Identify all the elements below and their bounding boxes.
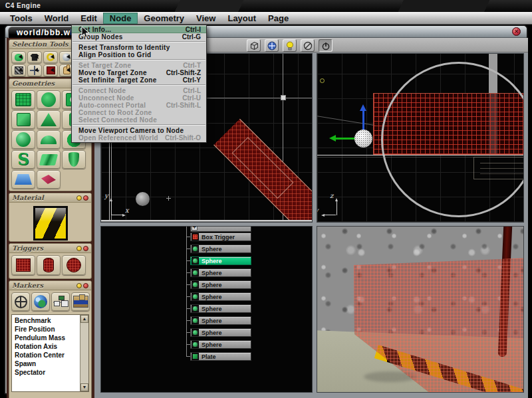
gizmo-z-axis-arrow[interactable] <box>362 107 364 131</box>
box-icon <box>17 113 31 126</box>
menu-item-auto-connect-portal[interactable]: Auto-connect PortalCtrl-Shift-L <box>72 102 206 109</box>
menu-item-set-infinite-target-zone[interactable]: Set Infinite Target ZoneCtrl-Y <box>72 76 206 84</box>
power-button[interactable] <box>319 39 332 52</box>
scene-node-sphere[interactable]: Sphere <box>190 340 251 349</box>
scene-node-sphere[interactable]: Sphere <box>190 316 251 325</box>
close-panel-icon[interactable] <box>83 195 88 201</box>
menu-item-label: Connect to Root Zone <box>78 109 201 116</box>
material-swatch-hazard-stripes[interactable] <box>33 206 68 241</box>
menubar-item-world[interactable]: World <box>39 13 75 24</box>
hatch-square-icon <box>15 66 23 74</box>
scene-node-sphere[interactable]: Sphere <box>190 304 251 313</box>
decal-geometry-button[interactable] <box>37 170 61 189</box>
marker-list-item[interactable]: Rotation Axis <box>15 342 80 351</box>
scene-node-sphere[interactable]: Sphere <box>190 245 251 253</box>
menu-item-move-viewport-camera-to-node[interactable]: Move Viewport Camera to Node <box>72 127 206 134</box>
marker-list-item[interactable]: Fire Position <box>15 325 80 334</box>
markers-scrollbar[interactable]: ▲ ▼ <box>80 315 88 391</box>
close-panel-icon[interactable] <box>83 283 88 288</box>
tube-geometry-button[interactable]: S <box>11 150 35 169</box>
menu-item-set-target-zone[interactable]: Set Target ZoneCtrl-T <box>72 62 206 69</box>
menubar-item-page[interactable]: Page <box>262 13 295 24</box>
crosshair-marker-button[interactable] <box>11 292 30 311</box>
box-geometry-button[interactable] <box>11 110 35 129</box>
menu-item-get-info[interactable]: Get Info...Ctrl-I <box>72 26 206 33</box>
hatch-square-tool-button[interactable] <box>11 64 26 76</box>
marker-list-item[interactable]: Rotation Center <box>15 351 80 359</box>
menu-item-select-connected-node[interactable]: Select Connected Node <box>72 116 206 124</box>
move-arrows-tool-button[interactable] <box>27 64 42 76</box>
menu-item-connect-to-root-zone[interactable]: Connect to Root Zone <box>72 109 206 116</box>
scene-node-sphere[interactable]: Sphere <box>190 256 251 265</box>
menu-item-connect-node[interactable]: Connect NodeCtrl-L <box>72 87 206 94</box>
scroll-down-icon[interactable]: ▼ <box>80 383 88 391</box>
cloth-geometry-button[interactable] <box>37 150 61 169</box>
yellow-ring-tool-button[interactable] <box>43 51 58 63</box>
scene-node-plate[interactable]: Plate <box>190 352 251 361</box>
menu-item-group-nodes[interactable]: Group NodesCtrl-G <box>72 33 206 41</box>
plate-geometry-button[interactable] <box>11 90 35 109</box>
orbit-sphere-icon <box>267 41 277 51</box>
marker-list-item[interactable]: Spectator <box>15 368 80 377</box>
menubar-item-edit[interactable]: Edit <box>74 13 103 24</box>
scroll-up-icon[interactable]: ▲ <box>80 315 88 323</box>
pyramid-geometry-button[interactable] <box>37 110 61 129</box>
menubar-item-geometry[interactable]: Geometry <box>138 13 190 24</box>
scene-node-sphere[interactable]: Sphere <box>190 292 251 301</box>
panel-title-label: Triggers <box>12 245 43 252</box>
scene-node-partial[interactable] <box>190 226 251 232</box>
menu-item-unconnect-node[interactable]: Unconnect NodeCtrl-U <box>72 94 206 102</box>
menubar-item-node[interactable]: Node <box>103 13 138 24</box>
scene-node-sphere[interactable]: Sphere <box>190 280 251 289</box>
menu-item-label: Select Connected Node <box>78 116 201 124</box>
menu-item-open-referenced-world[interactable]: Open Referenced WorldCtrl-Shift-O <box>72 134 206 142</box>
menubar-item-view[interactable]: View <box>190 13 221 24</box>
menubar-item-layout[interactable]: Layout <box>221 13 262 24</box>
blueprint-marker-button[interactable] <box>71 292 90 311</box>
cylinder-trigger-button[interactable] <box>37 255 61 275</box>
menu-item-align-position-to-grid[interactable]: Align Position to Grid <box>72 51 206 58</box>
dome-geometry-button[interactable] <box>37 130 61 149</box>
scene-node-sphere[interactable]: Sphere <box>190 328 251 337</box>
red-grid-tool-button[interactable] <box>43 64 58 76</box>
network-marker-button[interactable] <box>51 292 70 311</box>
scene-node-sphere[interactable]: Sphere <box>190 268 251 277</box>
sphere-geometry-button[interactable] <box>11 130 35 149</box>
marker-dot <box>320 78 325 83</box>
markers-list[interactable]: BenchmarkFire PositionPendulum MassRotat… <box>12 315 80 391</box>
axis-indicator: z y <box>332 193 352 215</box>
menubar-item-tools[interactable]: Tools <box>4 13 39 24</box>
sphere-trigger-button[interactable] <box>62 255 86 275</box>
lightbulb-button[interactable] <box>283 39 297 52</box>
orbit-sphere-button[interactable] <box>265 39 279 52</box>
menu-item-reset-transform-to-identity[interactable]: Reset Transform to Identity <box>72 44 206 51</box>
shirt-tool-button[interactable] <box>27 51 42 63</box>
marker-list-item[interactable]: Pendulum Mass <box>15 334 80 342</box>
scene-node-label: Sphere <box>199 246 222 252</box>
marker-list-item[interactable]: Benchmark <box>15 316 80 325</box>
globe-marker-button[interactable] <box>31 292 50 311</box>
close-panel-icon[interactable] <box>83 246 88 251</box>
viewport-scene-graph[interactable]: Box TriggerSphereSphereSphereSphereSpher… <box>100 226 313 393</box>
selection-handle[interactable] <box>281 95 286 100</box>
sphere-node[interactable] <box>136 192 150 206</box>
vase-geometry-button[interactable] <box>62 150 86 169</box>
water-geometry-button[interactable] <box>11 170 35 189</box>
disk-geometry-button[interactable] <box>37 90 61 109</box>
box-trigger-button[interactable] <box>11 255 35 275</box>
cylinder-trigger-icon <box>43 258 54 272</box>
scene-node-box-trigger[interactable]: Box Trigger <box>190 233 251 241</box>
close-icon[interactable]: ✕ <box>512 27 521 36</box>
viewport-top-ortho-zy[interactable]: z y <box>317 53 524 223</box>
minimize-icon[interactable] <box>76 283 82 288</box>
slash-circle-button[interactable] <box>301 39 315 52</box>
menu-item-move-to-target-zone[interactable]: Move to Target ZoneCtrl-Shift-Z <box>72 69 206 76</box>
viewport-perspective[interactable] <box>317 226 524 393</box>
selected-sphere-node[interactable] <box>354 130 372 148</box>
marker-list-item[interactable]: Spawn <box>15 359 80 368</box>
minimize-icon[interactable] <box>76 195 82 201</box>
green-mesh-tool-button[interactable] <box>11 51 26 63</box>
ground-line <box>317 155 523 155</box>
wireframe-cube-button[interactable] <box>247 39 261 52</box>
minimize-icon[interactable] <box>76 246 82 251</box>
